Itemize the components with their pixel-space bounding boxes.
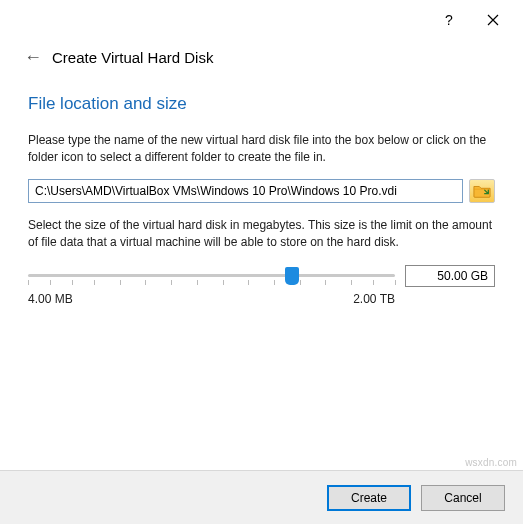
content-area: File location and size Please type the n… xyxy=(0,82,523,306)
cancel-button[interactable]: Cancel xyxy=(421,485,505,511)
help-button[interactable]: ? xyxy=(427,4,471,36)
back-arrow-icon[interactable]: ← xyxy=(24,48,42,66)
slider-min-label: 4.00 MB xyxy=(28,292,73,306)
section-heading: File location and size xyxy=(28,94,495,114)
path-row xyxy=(28,179,495,203)
size-value-box[interactable]: 50.00 GB xyxy=(405,265,495,287)
slider-max-label: 2.00 TB xyxy=(353,292,395,306)
location-description: Please type the name of the new virtual … xyxy=(28,132,495,167)
slider-thumb[interactable] xyxy=(285,267,299,285)
slider-ticks xyxy=(28,280,395,286)
browse-folder-button[interactable] xyxy=(469,179,495,203)
slider-range-labels: 4.00 MB 2.00 TB xyxy=(28,292,495,306)
title-bar: ? xyxy=(0,0,523,40)
file-path-input[interactable] xyxy=(28,179,463,203)
dialog-footer: Create Cancel xyxy=(0,470,523,524)
wizard-title: Create Virtual Hard Disk xyxy=(52,49,213,66)
wizard-header: ← Create Virtual Hard Disk xyxy=(0,40,523,82)
close-button[interactable] xyxy=(471,4,515,36)
size-description: Select the size of the virtual hard disk… xyxy=(28,217,495,252)
close-icon xyxy=(487,14,499,26)
watermark-text: wsxdn.com xyxy=(465,457,517,468)
size-slider-row: 50.00 GB xyxy=(28,264,495,288)
folder-icon xyxy=(473,183,491,199)
size-slider[interactable] xyxy=(28,264,395,288)
create-button[interactable]: Create xyxy=(327,485,411,511)
slider-track xyxy=(28,274,395,277)
